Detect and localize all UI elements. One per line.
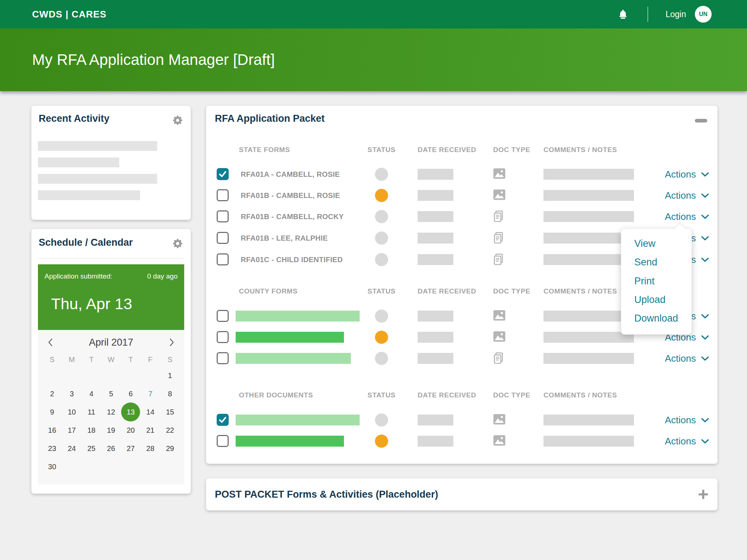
calendar-day[interactable]: 15 bbox=[160, 403, 180, 421]
calendar-day-label: 24 bbox=[68, 444, 76, 453]
calendar-day[interactable]: 23 bbox=[42, 439, 62, 458]
chevron-down-icon bbox=[701, 193, 709, 198]
calendar-day[interactable]: 1 bbox=[160, 366, 180, 385]
calendar-day[interactable]: 16 bbox=[42, 421, 62, 439]
calendar-weekday: T bbox=[121, 353, 140, 366]
calendar-day[interactable]: 22 bbox=[160, 421, 180, 439]
calendar-day[interactable]: 20 bbox=[121, 421, 140, 439]
packet-row: RFA01A - CAMBELL, ROSIEActions bbox=[206, 164, 717, 185]
user-avatar[interactable]: UN bbox=[695, 6, 712, 23]
row-checkbox[interactable] bbox=[217, 310, 229, 322]
calendar-empty-cell bbox=[160, 458, 180, 476]
actions-dropdown[interactable]: Actions bbox=[665, 164, 709, 185]
calendar-day-selected[interactable]: 13 bbox=[121, 403, 140, 421]
title-divider bbox=[38, 258, 184, 258]
calendar-day[interactable]: 17 bbox=[62, 421, 82, 439]
calendar-grid: 1234567891011121314151617181920212223242… bbox=[42, 366, 180, 476]
row-checkbox[interactable] bbox=[217, 435, 229, 447]
calendar-empty-cell bbox=[62, 366, 82, 385]
gear-icon[interactable] bbox=[172, 238, 183, 249]
chevron-down-icon bbox=[701, 314, 709, 319]
calendar-day[interactable]: 19 bbox=[101, 421, 121, 439]
row-checkbox[interactable] bbox=[217, 331, 229, 343]
comments-placeholder bbox=[543, 233, 634, 244]
calendar-day-label: 12 bbox=[107, 408, 115, 416]
section-name: STATE FORMS bbox=[239, 146, 290, 154]
menu-item-view[interactable]: View bbox=[634, 238, 688, 249]
recent-activity-title: Recent Activity bbox=[39, 113, 109, 124]
calendar-day[interactable]: 25 bbox=[82, 439, 101, 458]
calendar-day[interactable]: 28 bbox=[140, 439, 160, 458]
chevron-down-icon bbox=[701, 418, 709, 423]
status-indicator bbox=[375, 310, 388, 323]
menu-item-send[interactable]: Send bbox=[634, 257, 688, 268]
app-logo: CWDS | CARES bbox=[32, 9, 107, 20]
expand-plus-icon[interactable] bbox=[697, 488, 709, 501]
menu-item-download[interactable]: Download bbox=[634, 313, 688, 324]
notification-bell-icon[interactable] bbox=[618, 9, 628, 20]
calendar-day[interactable]: 6 bbox=[121, 385, 140, 403]
column-header-status: STATUS bbox=[360, 391, 403, 399]
calendar-day[interactable]: 9 bbox=[42, 403, 62, 421]
row-checkbox[interactable] bbox=[217, 210, 229, 222]
gear-icon[interactable] bbox=[172, 114, 183, 126]
chevron-right-icon[interactable] bbox=[169, 338, 175, 348]
actions-dropdown[interactable]: Actions bbox=[665, 348, 709, 369]
calendar-day-label: 6 bbox=[129, 390, 133, 398]
calendar-day[interactable]: 2 bbox=[42, 385, 62, 403]
actions-dropdown[interactable]: Actions bbox=[665, 185, 709, 206]
status-indicator bbox=[375, 331, 388, 344]
calendar-day-label: 18 bbox=[88, 426, 96, 435]
section-header-row: OTHER DOCUMENTSSTATUSDATE RECEIVEDDOC TY… bbox=[206, 391, 717, 401]
column-header-comments: COMMENTS / NOTES bbox=[543, 391, 617, 399]
calendar-day[interactable]: 18 bbox=[82, 421, 101, 439]
calendar-day-label: 28 bbox=[146, 444, 154, 453]
login-button[interactable]: Login bbox=[666, 9, 686, 19]
calendar-day[interactable]: 5 bbox=[101, 385, 121, 403]
status-indicator bbox=[375, 189, 388, 202]
calendar-day[interactable]: 8 bbox=[160, 385, 180, 403]
calendar-empty-cell bbox=[121, 458, 140, 476]
actions-dropdown[interactable]: Actions bbox=[665, 431, 709, 452]
chevron-down-icon bbox=[701, 439, 709, 444]
calendar-weekday: W bbox=[101, 353, 121, 366]
calendar-day[interactable]: 26 bbox=[101, 439, 121, 458]
calendar-day[interactable]: 24 bbox=[62, 439, 82, 458]
calendar-day[interactable]: 12 bbox=[101, 403, 121, 421]
calendar-day[interactable]: 10 bbox=[62, 403, 82, 421]
row-checkbox[interactable] bbox=[217, 414, 229, 426]
actions-dropdown[interactable]: Actions bbox=[665, 206, 709, 227]
calendar-day[interactable]: 27 bbox=[121, 439, 140, 458]
calendar-weekday: S bbox=[160, 353, 180, 366]
row-checkbox[interactable] bbox=[217, 189, 229, 201]
calendar-day[interactable]: 29 bbox=[160, 439, 180, 458]
post-packet-title: POST PACKET Forms & Activities (Placehol… bbox=[215, 489, 438, 500]
calendar: April 2017 SMTWTFS 123456789101112131415… bbox=[38, 330, 184, 485]
calendar-day[interactable]: 11 bbox=[82, 403, 101, 421]
row-checkbox[interactable] bbox=[217, 253, 229, 265]
row-checkbox[interactable] bbox=[217, 232, 229, 244]
row-checkbox[interactable] bbox=[217, 168, 229, 180]
calendar-day[interactable]: 21 bbox=[140, 421, 160, 439]
date-received-placeholder bbox=[418, 415, 453, 425]
image-doc-icon bbox=[493, 189, 506, 200]
top-app-bar: CWDS | CARES Login UN bbox=[0, 0, 747, 28]
menu-item-print[interactable]: Print bbox=[634, 276, 688, 287]
calendar-day[interactable]: 7 bbox=[140, 385, 160, 403]
calendar-day-label: 11 bbox=[88, 408, 95, 416]
calendar-day[interactable]: 30 bbox=[42, 458, 62, 476]
calendar-day[interactable]: 14 bbox=[140, 403, 160, 421]
row-checkbox[interactable] bbox=[217, 352, 229, 364]
date-received-placeholder bbox=[418, 436, 453, 447]
copy-doc-icon bbox=[493, 232, 504, 244]
calendar-day-label: 29 bbox=[166, 444, 174, 453]
actions-dropdown[interactable]: Actions bbox=[665, 409, 709, 431]
calendar-weekday: T bbox=[82, 353, 101, 366]
calendar-day-label: 14 bbox=[146, 408, 154, 416]
calendar-day[interactable]: 3 bbox=[62, 385, 82, 403]
menu-item-upload[interactable]: Upload bbox=[634, 294, 688, 306]
calendar-day[interactable]: 4 bbox=[82, 385, 101, 403]
calendar-empty-cell bbox=[101, 458, 121, 476]
calendar-day-label: 9 bbox=[50, 408, 54, 416]
copy-doc-icon bbox=[493, 253, 504, 266]
